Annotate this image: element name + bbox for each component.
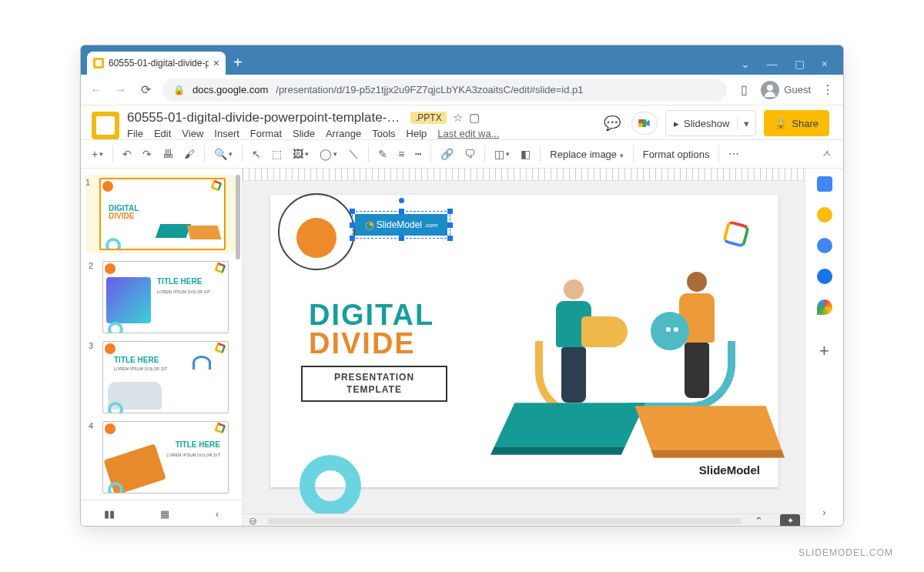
slide-canvas[interactable]: SlideModel.com DIGITAL DIVIDE PRESENTATI… (270, 195, 778, 487)
menu-file[interactable]: File (127, 128, 143, 139)
reload-icon[interactable]: ⟳ (138, 82, 153, 97)
addons-plus-icon[interactable]: + (819, 341, 829, 361)
chrome-menu-icon[interactable]: ⋮ (820, 82, 835, 97)
zoom-icon[interactable]: 🔍▾ (209, 145, 237, 163)
slides-logo-icon[interactable] (92, 112, 119, 139)
menu-help[interactable]: Help (407, 128, 427, 139)
new-tab-button[interactable]: + (226, 54, 250, 75)
menu-edit[interactable]: Edit (154, 128, 171, 139)
vertical-scrollbar[interactable] (792, 181, 805, 513)
link-icon[interactable]: 🔗 (436, 145, 458, 163)
decor-ring-icon (722, 220, 751, 249)
format-options-button[interactable]: Format options (638, 149, 715, 160)
border-weight-icon[interactable]: ≡ (393, 145, 409, 163)
tab-title: 60555-01-digital-divide-powerpc (109, 58, 209, 69)
tasks-icon[interactable] (817, 238, 832, 253)
comment-icon[interactable]: 🗨 (460, 145, 480, 163)
side-panel-icon[interactable]: ▯ (736, 82, 752, 97)
doc-title[interactable]: 60555-01-digital-divide-powerpoint-templ… (127, 110, 404, 125)
close-tab-icon[interactable]: × (213, 58, 219, 69)
canvas-bottom-bar: ⊖ ⌃ ✦ (243, 513, 805, 527)
thumb-number: 4 (89, 421, 98, 493)
browser-window: 60555-01-digital-divide-powerpc × + ⌄ — … (80, 45, 844, 527)
undo-icon[interactable]: ↶ (118, 145, 136, 163)
textbox-icon[interactable]: ⬚ (267, 145, 286, 163)
thumbnail-panel: 1 DIGITAL DIVIDE 2 (81, 169, 243, 527)
print-icon[interactable]: 🖶 (158, 145, 178, 163)
collapse-panel-icon[interactable]: ‹ (216, 508, 219, 520)
thumb-number: 1 (85, 178, 95, 250)
address-bar[interactable]: 🔒 docs.google.com/presentation/d/19-p5z1… (162, 79, 727, 102)
new-slide-button[interactable]: +▾ (87, 145, 108, 163)
thumb-number: 2 (89, 261, 98, 333)
svg-rect-2 (639, 123, 643, 127)
hide-sidepanel-icon[interactable]: › (813, 497, 835, 527)
close-window-icon[interactable]: × (822, 58, 828, 70)
back-icon[interactable]: ← (89, 83, 104, 97)
headline-divide[interactable]: DIVIDE (309, 327, 416, 360)
menu-format[interactable]: Format (250, 128, 282, 139)
star-icon[interactable]: ☆ (453, 111, 463, 125)
grid-view-icon[interactable]: ▦ (160, 508, 169, 520)
slide-footer[interactable]: SlideModel (699, 463, 760, 477)
thumbnail-3[interactable]: 3 TITLE HERE LOREM IPSUM DOLOR SIT (89, 341, 236, 413)
slide-illustration[interactable] (489, 256, 774, 472)
calendar-icon[interactable] (817, 176, 832, 192)
decor-dot-icon (296, 218, 336, 258)
select-tool-icon[interactable]: ↖ (247, 145, 266, 163)
crop-icon[interactable]: ◫▾ (490, 145, 514, 163)
thumb-scrollbar[interactable] (236, 175, 240, 259)
line-icon[interactable]: ＼ (343, 144, 363, 164)
lock-share-icon: 🔒 (775, 118, 787, 129)
mask-icon[interactable]: ◧ (516, 145, 535, 163)
menu-insert[interactable]: Insert (214, 128, 239, 139)
chevron-down-icon[interactable]: ⌄ (741, 58, 750, 70)
filmstrip-view-icon[interactable]: ▮▮ (104, 508, 115, 520)
comments-icon[interactable]: 💬 (601, 112, 624, 135)
selection-handles[interactable] (352, 211, 450, 239)
thumbnail-4[interactable]: 4 TITLE HERE LOREM IPSUM DOLOR SIT (89, 421, 236, 493)
last-edit-link[interactable]: Last edit wa... (437, 128, 499, 139)
play-icon: ▸ (674, 118, 679, 129)
tab-strip: 60555-01-digital-divide-powerpc × + ⌄ — … (81, 45, 843, 75)
move-icon[interactable]: ▢ (469, 111, 480, 125)
meet-button[interactable] (631, 112, 658, 135)
header-actions: 💬 ▸Slideshow ▾ 🔒 Share (601, 110, 832, 136)
image-icon[interactable]: 🖼▾ (288, 145, 313, 163)
contacts-icon[interactable] (817, 269, 832, 284)
canvas-wrap[interactable]: SlideModel.com DIGITAL DIVIDE PRESENTATI… (243, 181, 805, 513)
thumbnail-1[interactable]: 1 DIGITAL DIVIDE (85, 175, 236, 253)
replace-image-button[interactable]: Replace image ▾ (545, 149, 628, 160)
maps-icon[interactable] (817, 299, 832, 315)
more-icon[interactable]: ⋯ (724, 145, 744, 163)
horizontal-scrollbar[interactable] (268, 518, 742, 524)
menu-bar: File Edit View Insert Format Slide Arran… (127, 125, 500, 139)
border-dash-icon[interactable]: ┅ (410, 145, 426, 163)
explore-button[interactable]: ✦ (780, 514, 800, 527)
page-watermark: SLIDEMODEL.COM (798, 547, 893, 558)
share-button[interactable]: 🔒 Share (764, 110, 829, 136)
share-label: Share (792, 118, 819, 129)
minimize-icon[interactable]: — (767, 58, 778, 70)
profile-button[interactable]: Guest (761, 81, 811, 99)
browser-tab[interactable]: 60555-01-digital-divide-powerpc × (87, 52, 226, 75)
hide-menus-icon[interactable]: ㅅ (817, 144, 837, 164)
speaker-notes-toggle[interactable]: ⌃ (746, 514, 771, 527)
menu-view[interactable]: View (182, 128, 203, 139)
redo-icon[interactable]: ↷ (138, 145, 156, 163)
paint-format-icon[interactable]: 🖌 (179, 145, 199, 163)
menu-arrange[interactable]: Arrange (326, 128, 361, 139)
zoom-out-icon[interactable]: ⊖ (243, 515, 263, 527)
thumb-view-switcher: ▮▮ ▦ ‹ (81, 500, 242, 527)
slideshow-button[interactable]: ▸Slideshow ▾ (665, 110, 756, 136)
forward-icon[interactable]: → (113, 83, 129, 97)
slideshow-caret-icon[interactable]: ▾ (737, 118, 755, 129)
border-color-icon[interactable]: ✎ (373, 145, 392, 163)
keep-icon[interactable] (817, 207, 832, 222)
menu-tools[interactable]: Tools (372, 128, 395, 139)
thumbnail-2[interactable]: 2 TITLE HERE LOREM IPSUM DOLOR SIT (89, 261, 236, 333)
shape-icon[interactable]: ◯▾ (315, 145, 342, 163)
menu-slide[interactable]: Slide (293, 128, 315, 139)
maximize-icon[interactable]: ▢ (795, 58, 805, 70)
subtitle-box[interactable]: PRESENTATION TEMPLATE (301, 366, 447, 402)
